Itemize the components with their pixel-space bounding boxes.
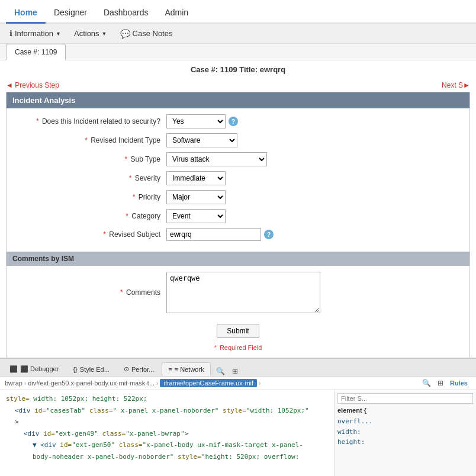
required-star: * [129,174,132,182]
devtools-tabs: ⬛ ⬛ Debugger {} Style Ed... ⊙ Perfor... … [0,359,476,377]
tab-bar: Case #: 1109 [0,44,476,60]
rules-prop-3: height: [337,437,473,448]
security-help-icon[interactable]: ? [229,117,238,126]
severity-label: * Severity [12,174,166,182]
incident-type-label: * Revised Incident Type [12,136,166,144]
code-line-4: <div id="ext-gen49" class="x-panel-bwrap… [6,428,328,440]
submit-button[interactable]: Submit [217,324,259,338]
sub-type-label: * Sub Type [12,155,166,163]
revised-subject-label: * Revised Subject [12,230,166,239]
code-line-3: > [6,416,328,428]
case-header: Case #: 1109 Title: ewrqrq [0,60,476,79]
devtools-tab-debugger[interactable]: ⬛ ⬛ Debugger [3,362,65,376]
style-icon: {} [73,366,77,373]
nav-dashboards[interactable]: Dashboards [95,3,157,24]
top-navigation: Home Designer Dashboards Admin [0,0,476,24]
information-button[interactable]: ℹ Information ▼ [6,27,65,40]
perf-icon: ⊙ [124,365,129,373]
form-body: * Does this Incident related to security… [7,108,469,252]
filter-styles-input[interactable] [337,393,473,404]
comments-label: * Comments [12,288,166,297]
comments-section-header: Comments by ISM [7,252,469,266]
required-star: * [133,193,136,201]
case-notes-button[interactable]: 💬 Case Notes [117,27,176,40]
devtools-tab-performance[interactable]: ⊙ Perfor... [117,362,161,376]
info-dropdown-icon: ▼ [56,31,61,37]
case-tab[interactable]: Case #: 1109 [6,44,66,60]
category-select[interactable]: Event Incident Problem [166,209,226,223]
information-label: Information [15,29,53,38]
case-notes-label: Case Notes [133,29,173,38]
incident-analysis-panel: Incident Analysis * Does this Incident r… [6,92,470,364]
rules-element-label: element { [337,407,473,414]
required-star: * [36,117,39,126]
nav-designer[interactable]: Designer [46,3,95,24]
required-star: * [125,155,128,163]
revised-subject-input[interactable] [166,228,261,241]
devtools-tab-style-editor[interactable]: {} Style Ed... [66,362,116,376]
breadcrumb-actions: 🔍 ⊞ Rules [418,378,471,388]
code-line-5: ▼ <div id="ext-gen50" class="x-panel-bod… [6,439,328,451]
sub-type-row: * Sub Type Virus attack Malware Phishing [7,152,469,166]
revised-subject-help-icon[interactable]: ? [264,230,274,239]
step-navigation: ◄ Previous Step Next S► [6,79,470,92]
devtools-breadcrumb: bwrap › div#ext-gen50.x-panel-body.ux-mi… [0,377,476,390]
breadcrumb-div[interactable]: div#ext-gen50.x-panel-body.ux-mif-mask-t… [28,379,155,387]
breadcrumb-iframe[interactable]: iframe#openCaseFrame.ux-mif [160,379,257,387]
nav-home[interactable]: Home [6,3,46,24]
devtools-toolbar-icons: 🔍 ⊞ [212,366,243,376]
devtools-rules-panel: element { overfl... width: height: [334,390,476,476]
rules-prop-1: overfl... [337,416,473,427]
security-select[interactable]: Yes No [166,114,226,128]
security-label: * Does this Incident related to security… [12,117,166,126]
devtools-panel: ⬛ ⬛ Debugger {} Style Ed... ⊙ Perfor... … [0,358,476,476]
priority-row: * Priority Major Minor Critical [7,190,469,204]
required-star: * [85,136,88,144]
devtools-tab-network[interactable]: ≡ ≡ Network [162,362,210,376]
devtools-body: style= width: 1052px; height: 522px; <di… [0,390,476,476]
previous-step-link[interactable]: ◄ Previous Step [6,81,59,89]
nav-admin[interactable]: Admin [156,3,197,24]
priority-label: * Priority [12,193,166,201]
incident-type-row: * Revised Incident Type Software Hardwar… [7,133,469,147]
case-notes-icon: 💬 [120,29,130,38]
incident-analysis-header: Incident Analysis [7,92,469,108]
security-row: * Does this Incident related to security… [7,114,469,128]
layout-icon[interactable]: ⊞ [230,366,240,376]
layout2-icon[interactable]: ⊞ [436,378,445,388]
code-line-1: style= width: 1052px; height: 522px; [6,393,328,405]
required-star: * [126,212,128,220]
severity-select[interactable]: Immediate High Medium Low [166,171,226,185]
actions-dropdown-icon: ▼ [102,31,107,37]
rules-tab-link[interactable]: Rules [450,379,468,387]
debugger-icon: ⬛ [9,365,18,373]
network-icon: ≡ [168,366,172,373]
submit-row: Submit [7,318,469,344]
required-field-note: * Required Field [7,344,469,357]
info-icon: ℹ [9,29,12,38]
breadcrumb-bwrap[interactable]: bwrap [5,379,22,387]
action-toolbar: ℹ Information ▼ Actions ▼ 💬 Case Notes [0,24,476,44]
devtools-code-panel: style= width: 1052px; height: 522px; <di… [0,390,334,476]
category-row: * Category Event Incident Problem [7,209,469,223]
code-line-2: <div id="casesTab" class=" x-panel x-pan… [6,405,328,417]
next-step-link[interactable]: Next S► [442,81,470,89]
comments-textarea[interactable]: qwerqwe [166,272,320,313]
incident-type-select[interactable]: Software Hardware Network Other [166,133,237,147]
actions-label: Actions [74,29,99,38]
search-icon[interactable]: 🔍 [216,366,226,376]
comments-body: * Comments qwerqwe Submit * Required Fie… [7,266,469,363]
actions-button[interactable]: Actions ▼ [70,27,111,40]
comments-row: * Comments qwerqwe [7,272,469,313]
sub-type-select[interactable]: Virus attack Malware Phishing [166,152,267,166]
category-label: * Category [12,212,166,220]
code-line-6: body-noheader x-panel-body-noborder" sty… [6,451,328,463]
revised-subject-row: * Revised Subject ? [7,228,469,241]
inspect-icon[interactable]: 🔍 [422,378,431,388]
required-star: * [103,230,106,239]
rules-prop-2: width: [337,427,473,438]
required-star: * [120,288,123,297]
severity-row: * Severity Immediate High Medium Low [7,171,469,185]
rules-code: overfl... width: height: [337,416,473,448]
priority-select[interactable]: Major Minor Critical [166,190,226,204]
